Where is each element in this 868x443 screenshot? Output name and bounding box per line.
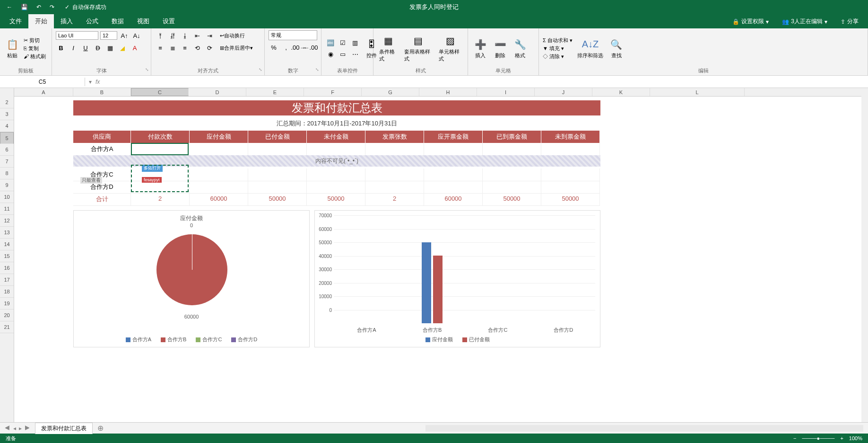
tab-file[interactable]: 文件 [3, 14, 28, 28]
col-header[interactable]: A [14, 88, 73, 96]
col-header[interactable]: K [592, 88, 650, 96]
col-header[interactable]: H [419, 88, 477, 96]
col-header[interactable]: C [131, 88, 189, 96]
tab-home[interactable]: 开始 [28, 14, 54, 28]
strike-button[interactable]: D [93, 43, 103, 53]
tab-settings[interactable]: 设置 [156, 14, 182, 28]
col-header[interactable]: F [304, 88, 362, 96]
row-header[interactable]: 11 [0, 203, 14, 215]
fx-icon[interactable]: fx [95, 79, 100, 85]
zoom-level[interactable]: 100% [849, 435, 862, 441]
row-header[interactable]: 19 [0, 298, 14, 310]
col-header[interactable]: G [362, 88, 419, 96]
increase-font-icon[interactable]: A↑ [119, 30, 130, 41]
clear-button[interactable]: ◇ 清除 ▾ [543, 53, 573, 60]
bar-chart[interactable]: 010000200003000040000500006000070000合作方A… [314, 210, 600, 347]
indent-dec-icon[interactable]: ⇤ [192, 30, 202, 41]
form-ctrl4-icon[interactable]: ◉ [325, 49, 336, 59]
share-button[interactable]: ⇪分享 [841, 18, 859, 26]
vertical-scrollbar[interactable] [861, 88, 868, 422]
indent-inc-icon[interactable]: ⇥ [204, 30, 215, 41]
tab-formula[interactable]: 公式 [79, 14, 105, 28]
paste-button[interactable]: 📋粘贴 [4, 37, 21, 60]
pie-chart[interactable]: 应付金额 0 60000 合作方A合作方B合作方C合作方D [73, 210, 310, 347]
insert-cells-button[interactable]: ➕插入 [472, 37, 489, 60]
comma-icon[interactable]: , [281, 42, 291, 53]
col-header[interactable]: L [650, 88, 745, 96]
copy-button[interactable]: ⎘ 复制 [24, 45, 46, 52]
row-header[interactable]: 8 [0, 168, 14, 179]
number-launcher-icon[interactable]: ⤡ [315, 67, 319, 72]
align-top-icon[interactable]: ⭱ [155, 30, 165, 41]
align-center-icon[interactable]: ≣ [167, 43, 178, 53]
format-cells-button[interactable]: 🔧格式 [512, 37, 529, 60]
font-name-select[interactable]: Lao UI [56, 31, 98, 40]
bold-button[interactable]: B [56, 43, 66, 53]
align-bottom-icon[interactable]: ⭳ [180, 30, 190, 41]
sheet-nav-next-icon[interactable]: ▸ [19, 425, 22, 432]
border-button[interactable]: ▦ [105, 43, 115, 53]
horizontal-scrollbar[interactable] [425, 425, 863, 432]
align-right-icon[interactable]: ≡ [180, 43, 190, 53]
row-header[interactable]: 12 [0, 215, 14, 227]
back-icon[interactable]: ← [7, 4, 12, 10]
collab-button[interactable]: 👥3人正在编辑 ▾ [782, 18, 827, 26]
delete-cells-button[interactable]: ➖删除 [492, 37, 509, 60]
row-header[interactable]: 4 [0, 120, 14, 132]
save-icon[interactable]: 💾 [21, 4, 28, 10]
percent-icon[interactable]: % [269, 42, 279, 53]
form-ctrl2-icon[interactable]: ☑ [338, 37, 348, 48]
row-header[interactable]: 15 [0, 250, 14, 262]
align-left-icon[interactable]: ≡ [155, 43, 165, 53]
font-color-button[interactable]: A [130, 43, 140, 53]
add-sheet-button[interactable]: ⊕ [93, 424, 108, 433]
find-button[interactable]: 🔍查找 [608, 37, 625, 60]
row-header[interactable]: 21 [0, 321, 14, 333]
fill-color-button[interactable]: ◢ [117, 43, 128, 53]
orient2-icon[interactable]: ⟳ [204, 43, 215, 53]
cond-format-button[interactable]: ▦条件格式 [377, 33, 399, 63]
sort-filter-button[interactable]: A↓Z排序和筛选 [575, 37, 605, 60]
formula-input[interactable] [104, 81, 868, 83]
cut-button[interactable]: ✂ 剪切 [24, 37, 46, 44]
font-size-select[interactable]: 12 [100, 31, 117, 40]
col-header[interactable]: J [535, 88, 592, 96]
table-style-button[interactable]: ▤套用表格样式 [402, 33, 434, 63]
row-header[interactable]: 18 [0, 286, 14, 298]
sheet-tab[interactable]: 发票和付款汇总表 [35, 423, 93, 434]
row-header[interactable]: 7 [0, 156, 14, 168]
tab-data[interactable]: 数据 [105, 14, 130, 28]
permissions-button[interactable]: 🔒设置权限 ▾ [732, 18, 769, 26]
tab-insert[interactable]: 插入 [54, 14, 79, 28]
font-launcher-icon[interactable]: ⤡ [145, 67, 149, 72]
col-header[interactable]: E [246, 88, 304, 96]
align-middle-icon[interactable]: ⭿ [167, 30, 178, 41]
row-header[interactable]: 6 [0, 144, 14, 156]
row-header[interactable]: 10 [0, 191, 14, 203]
col-header[interactable]: B [73, 88, 131, 96]
inc-decimal-icon[interactable]: .00→ [293, 42, 304, 53]
format-painter-button[interactable]: 🖌 格式刷 [24, 53, 46, 60]
form-ctrl1-icon[interactable]: 🔤 [325, 37, 336, 48]
spreadsheet-grid[interactable]: ABCDEFGHIJKL 234567891011121314151617181… [0, 88, 868, 422]
undo-icon[interactable]: ↶ [36, 4, 41, 10]
row-header[interactable]: 17 [0, 274, 14, 286]
cell-style-button[interactable]: ▨单元格样式 [437, 33, 464, 63]
form-ctrl3-icon[interactable]: ▥ [350, 37, 360, 48]
zoom-out-icon[interactable]: − [793, 435, 796, 441]
underline-button[interactable]: U [80, 43, 91, 53]
decrease-font-icon[interactable]: A↓ [131, 30, 142, 41]
row-header[interactable]: 5 [0, 132, 14, 144]
zoom-slider[interactable]: ────●──── [802, 435, 834, 441]
row-header[interactable]: 3 [0, 108, 14, 120]
fill-button[interactable]: ▼ 填充 ▾ [543, 45, 573, 52]
align-launcher-icon[interactable]: ⤡ [259, 67, 262, 72]
row-header[interactable]: 9 [0, 179, 14, 191]
row-header[interactable]: 2 [0, 97, 14, 108]
autosum-button[interactable]: Σ 自动求和 ▾ [543, 37, 573, 44]
col-header[interactable]: I [477, 88, 535, 96]
italic-button[interactable]: I [68, 43, 78, 53]
row-header[interactable]: 13 [0, 227, 14, 239]
form-ctrl6-icon[interactable]: ⋯ [350, 49, 360, 59]
dec-decimal-icon[interactable]: ←.00 [305, 42, 316, 53]
